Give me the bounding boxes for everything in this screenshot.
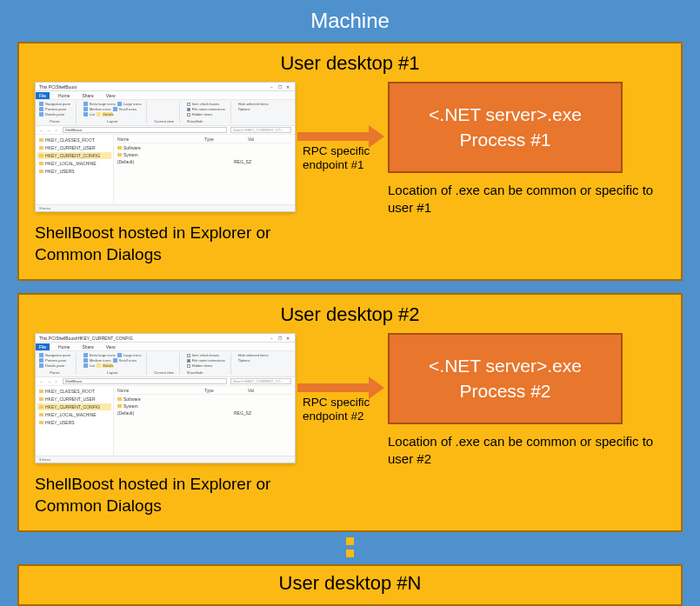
xlarge-icon [83, 102, 88, 106]
folder-icon [39, 154, 43, 157]
check-icon[interactable] [187, 113, 190, 117]
address-input[interactable]: ShellBoost [63, 378, 227, 384]
user-desktop-2: User desktop #2 This PC\ShellBoost\HKEY_… [17, 293, 683, 532]
desktop-1-title: User desktop #1 [35, 52, 665, 75]
folder-icon [117, 146, 122, 150]
minimize-icon[interactable]: − [270, 336, 276, 341]
address-bar: ← → ↑ ShellBoost Search HKEY_CURRENT_CO.… [36, 377, 295, 386]
column-headers: Name Type Val [117, 388, 291, 395]
up-icon[interactable]: ↑ [55, 379, 59, 383]
check-icon[interactable] [187, 359, 190, 363]
tree-item[interactable]: HKEY_LOCAL_MACHINE [37, 411, 111, 418]
window-path: This PC\ShellBoost [39, 84, 77, 90]
process-box-1: <.NET server>.exe Process #1 [388, 82, 623, 173]
fwd-icon[interactable]: → [47, 128, 51, 132]
check-icon[interactable] [187, 354, 190, 357]
det-icon [97, 363, 101, 368]
check-icon[interactable] [187, 364, 190, 368]
tree-pane: HKEY_CLASSES_ROOT HKEY_CURRENT_USER HKEY… [36, 135, 114, 204]
column-headers: Name Type Val [117, 137, 291, 143]
list-item[interactable]: Software [117, 396, 291, 403]
content-pane: Name Type Val Software System (Default)R… [114, 386, 295, 456]
tree-item-selected[interactable]: HKEY_CURRENT_CONFIG [37, 152, 111, 159]
folder-icon [39, 405, 43, 409]
med-icon [83, 107, 88, 111]
tab-view[interactable]: View [103, 343, 119, 350]
window-path: This PC\ShellBoost\HKEY_CURRENT_CONFIG [39, 336, 133, 341]
folder-icon [39, 413, 43, 416]
ribbon-tabs: File Home Share View [36, 91, 295, 100]
list-item[interactable]: (Default)REG_SZ [117, 158, 291, 165]
navpane-icon [39, 353, 43, 357]
group-layout: Layout [83, 370, 141, 375]
navpane-icon [39, 102, 43, 106]
tab-share[interactable]: Share [78, 343, 97, 350]
group-show: Show/hide [187, 119, 225, 123]
tab-share[interactable]: Share [78, 92, 97, 99]
preview-icon [39, 107, 43, 111]
tree-item[interactable]: HKEY_USERS [37, 168, 111, 175]
tree-item[interactable]: HKEY_LOCAL_MACHINE [37, 160, 111, 167]
process-box-2: <.NET server>.exe Process #2 [388, 333, 623, 424]
dot-icon [346, 549, 354, 557]
det-icon [97, 112, 101, 117]
tree-item[interactable]: HKEY_CURRENT_USER [37, 144, 111, 151]
shellboost-caption-1: ShellBoost hosted in Explorer or Common … [35, 223, 296, 265]
ellipsis-dots [346, 537, 354, 557]
shellboost-caption-2: ShellBoost hosted in Explorer or Common … [35, 474, 296, 516]
tree-item[interactable]: HKEY_CLASSES_ROOT [37, 137, 111, 143]
list-item[interactable]: System [117, 403, 291, 410]
back-icon[interactable]: ← [39, 128, 43, 132]
tab-home[interactable]: Home [55, 343, 73, 350]
ribbon-tabs: File Home Share View [36, 343, 295, 351]
large-icon [117, 353, 122, 357]
explorer-window-1: This PC\ShellBoost − ☐ ✕ File Home Share… [35, 82, 296, 212]
rpc-label-2: RPC specific endpoint #2 [303, 396, 383, 423]
list-item[interactable]: Software [117, 144, 291, 151]
address-input[interactable]: ShellBoost [63, 127, 227, 133]
search-input[interactable]: Search HKEY_CURRENT_CO... [230, 378, 291, 384]
user-desktop-1: User desktop #1 This PC\ShellBoost − ☐ ✕… [17, 42, 683, 281]
check-icon[interactable] [187, 103, 190, 106]
ribbon: Navigation pane Preview pane Details pan… [36, 351, 295, 377]
rpc-label-1: RPC specific endpoint #1 [303, 144, 383, 172]
location-note-1: Location of .exe can be common or specif… [388, 182, 665, 216]
list-item[interactable]: System [117, 151, 291, 158]
status-bar: 3 items [36, 204, 295, 211]
tree-item[interactable]: HKEY_CLASSES_ROOT [37, 388, 111, 395]
tree-pane: HKEY_CLASSES_ROOT HKEY_CURRENT_USER HKEY… [36, 386, 114, 456]
folder-icon [117, 397, 122, 401]
maximize-icon[interactable]: ☐ [278, 84, 283, 90]
machine-title: Machine [17, 9, 683, 33]
tree-item[interactable]: HKEY_CURRENT_USER [37, 396, 111, 403]
tab-home[interactable]: Home [55, 92, 73, 99]
minimize-icon[interactable]: − [270, 84, 276, 90]
close-icon[interactable]: ✕ [286, 84, 291, 90]
close-icon[interactable]: ✕ [286, 336, 291, 341]
up-icon[interactable]: ↑ [55, 128, 59, 132]
maximize-icon[interactable]: ☐ [278, 336, 283, 341]
small-icon [113, 107, 117, 111]
tab-view[interactable]: View [103, 92, 119, 99]
explorer-window-2: This PC\ShellBoost\HKEY_CURRENT_CONFIG −… [35, 333, 296, 463]
dot-icon [346, 537, 354, 545]
tree-item-selected[interactable]: HKEY_CURRENT_CONFIG [37, 403, 111, 410]
desktop-n-title: User desktop #N [279, 572, 422, 595]
folder-icon [39, 138, 43, 142]
small-icon [113, 358, 117, 363]
content-pane: Name Type Val Software System (Default)R… [114, 135, 295, 204]
fwd-icon[interactable]: → [47, 379, 51, 383]
tree-item[interactable]: HKEY_USERS [37, 419, 111, 426]
folder-icon [39, 397, 43, 401]
back-icon[interactable]: ← [39, 379, 43, 383]
tab-file[interactable]: File [36, 343, 50, 350]
group-show: Show/hide [187, 370, 225, 375]
search-input[interactable]: Search HKEY_CURRENT_CO... [230, 127, 291, 133]
check-icon[interactable] [187, 108, 190, 111]
titlebar: This PC\ShellBoost − ☐ ✕ [36, 83, 295, 91]
details-icon [39, 363, 43, 368]
list-item[interactable]: (Default)REG_SZ [117, 410, 291, 416]
tab-file[interactable]: File [36, 92, 50, 99]
folder-icon [117, 404, 122, 408]
titlebar: This PC\ShellBoost\HKEY_CURRENT_CONFIG −… [36, 334, 295, 343]
